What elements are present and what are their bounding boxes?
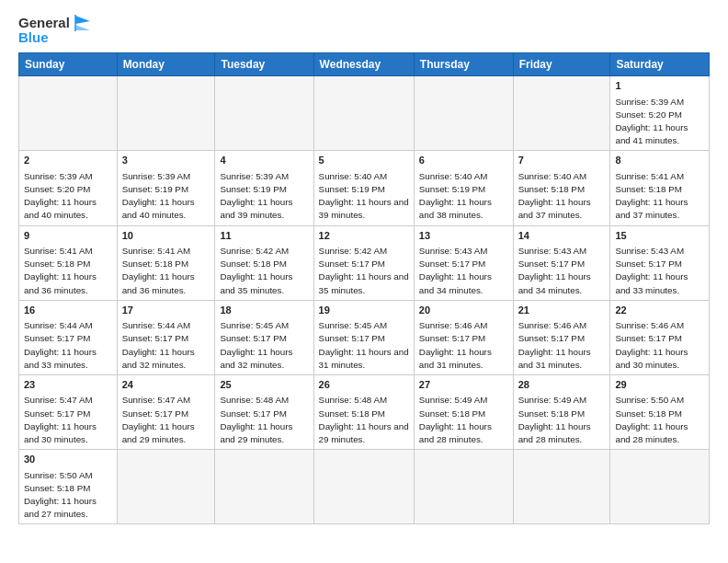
day-info: Sunrise: 5:49 AM Sunset: 5:18 PM Dayligh… bbox=[518, 394, 606, 446]
calendar-cell: 12Sunrise: 5:42 AM Sunset: 5:17 PM Dayli… bbox=[313, 225, 414, 300]
day-number: 2 bbox=[24, 154, 112, 167]
calendar-cell: 29Sunrise: 5:50 AM Sunset: 5:18 PM Dayli… bbox=[610, 375, 710, 450]
calendar-cell: 19Sunrise: 5:45 AM Sunset: 5:17 PM Dayli… bbox=[313, 300, 414, 374]
day-info: Sunrise: 5:43 AM Sunset: 5:17 PM Dayligh… bbox=[419, 245, 508, 297]
day-info: Sunrise: 5:48 AM Sunset: 5:18 PM Dayligh… bbox=[319, 394, 409, 446]
day-number: 3 bbox=[122, 154, 210, 167]
day-number: 5 bbox=[319, 154, 409, 167]
day-info: Sunrise: 5:50 AM Sunset: 5:18 PM Dayligh… bbox=[615, 394, 704, 446]
day-number: 15 bbox=[615, 229, 704, 243]
day-info: Sunrise: 5:39 AM Sunset: 5:20 PM Dayligh… bbox=[24, 170, 112, 223]
calendar-cell: 14Sunrise: 5:43 AM Sunset: 5:17 PM Dayli… bbox=[513, 225, 610, 300]
day-number: 22 bbox=[615, 304, 704, 317]
calendar-cell: 10Sunrise: 5:41 AM Sunset: 5:18 PM Dayli… bbox=[117, 225, 215, 300]
day-number: 14 bbox=[518, 229, 606, 243]
calendar-cell: 3Sunrise: 5:39 AM Sunset: 5:19 PM Daylig… bbox=[117, 151, 215, 225]
calendar-cell bbox=[215, 450, 313, 524]
weekday-header-row: SundayMondayTuesdayWednesdayThursdayFrid… bbox=[19, 53, 710, 76]
day-info: Sunrise: 5:39 AM Sunset: 5:19 PM Dayligh… bbox=[220, 170, 308, 223]
day-info: Sunrise: 5:42 AM Sunset: 5:17 PM Dayligh… bbox=[319, 245, 409, 297]
day-number: 29 bbox=[615, 378, 704, 392]
day-number: 4 bbox=[220, 154, 308, 167]
calendar-cell: 8Sunrise: 5:41 AM Sunset: 5:18 PM Daylig… bbox=[610, 151, 710, 225]
day-info: Sunrise: 5:49 AM Sunset: 5:18 PM Dayligh… bbox=[419, 394, 508, 446]
day-number: 20 bbox=[419, 304, 508, 317]
day-number: 6 bbox=[419, 154, 508, 167]
calendar-cell bbox=[117, 76, 215, 151]
day-number: 16 bbox=[24, 304, 112, 317]
calendar-cell: 6Sunrise: 5:40 AM Sunset: 5:19 PM Daylig… bbox=[414, 151, 513, 225]
day-number: 12 bbox=[319, 229, 409, 243]
day-number: 10 bbox=[122, 229, 210, 243]
weekday-header-tuesday: Tuesday bbox=[215, 53, 313, 76]
day-number: 25 bbox=[220, 378, 308, 392]
day-info: Sunrise: 5:47 AM Sunset: 5:17 PM Dayligh… bbox=[122, 394, 210, 446]
day-number: 26 bbox=[319, 378, 409, 392]
calendar-cell: 15Sunrise: 5:43 AM Sunset: 5:17 PM Dayli… bbox=[610, 225, 710, 300]
page: General Blue SundayMondayTuesdayWednesda… bbox=[0, 0, 728, 563]
weekday-header-saturday: Saturday bbox=[610, 53, 710, 76]
calendar-week-5: 23Sunrise: 5:47 AM Sunset: 5:17 PM Dayli… bbox=[19, 375, 710, 450]
logo-flag-icon bbox=[72, 15, 92, 31]
day-number: 11 bbox=[220, 229, 308, 243]
calendar-cell: 9Sunrise: 5:41 AM Sunset: 5:18 PM Daylig… bbox=[19, 225, 118, 300]
weekday-header-thursday: Thursday bbox=[414, 53, 513, 76]
day-number: 28 bbox=[518, 378, 606, 392]
calendar-cell bbox=[513, 450, 610, 524]
calendar-table: SundayMondayTuesdayWednesdayThursdayFrid… bbox=[18, 52, 710, 524]
calendar-cell: 18Sunrise: 5:45 AM Sunset: 5:17 PM Dayli… bbox=[215, 300, 313, 374]
day-info: Sunrise: 5:40 AM Sunset: 5:19 PM Dayligh… bbox=[419, 170, 508, 223]
logo-blue-text: Blue bbox=[18, 29, 49, 45]
weekday-header-sunday: Sunday bbox=[19, 53, 118, 76]
calendar-cell: 30Sunrise: 5:50 AM Sunset: 5:18 PM Dayli… bbox=[19, 450, 118, 524]
day-number: 9 bbox=[24, 229, 112, 243]
day-info: Sunrise: 5:45 AM Sunset: 5:17 PM Dayligh… bbox=[319, 319, 409, 372]
calendar-cell: 13Sunrise: 5:43 AM Sunset: 5:17 PM Dayli… bbox=[414, 225, 513, 300]
day-info: Sunrise: 5:44 AM Sunset: 5:17 PM Dayligh… bbox=[24, 319, 112, 372]
day-info: Sunrise: 5:46 AM Sunset: 5:17 PM Dayligh… bbox=[518, 319, 606, 372]
calendar-cell: 20Sunrise: 5:46 AM Sunset: 5:17 PM Dayli… bbox=[414, 300, 513, 374]
logo: General Blue bbox=[18, 15, 92, 45]
calendar-cell bbox=[313, 450, 414, 524]
calendar-cell: 16Sunrise: 5:44 AM Sunset: 5:17 PM Dayli… bbox=[19, 300, 118, 374]
calendar-cell bbox=[414, 450, 513, 524]
calendar-cell: 1Sunrise: 5:39 AM Sunset: 5:20 PM Daylig… bbox=[610, 76, 710, 151]
day-info: Sunrise: 5:45 AM Sunset: 5:17 PM Dayligh… bbox=[220, 319, 308, 372]
day-info: Sunrise: 5:48 AM Sunset: 5:17 PM Dayligh… bbox=[220, 394, 308, 446]
day-number: 30 bbox=[24, 453, 112, 466]
calendar-week-3: 9Sunrise: 5:41 AM Sunset: 5:18 PM Daylig… bbox=[19, 225, 710, 300]
day-info: Sunrise: 5:43 AM Sunset: 5:17 PM Dayligh… bbox=[615, 245, 704, 297]
calendar-cell: 5Sunrise: 5:40 AM Sunset: 5:19 PM Daylig… bbox=[313, 151, 414, 225]
calendar-cell: 22Sunrise: 5:46 AM Sunset: 5:17 PM Dayli… bbox=[610, 300, 710, 374]
calendar-cell: 21Sunrise: 5:46 AM Sunset: 5:17 PM Dayli… bbox=[513, 300, 610, 374]
calendar-cell: 7Sunrise: 5:40 AM Sunset: 5:18 PM Daylig… bbox=[513, 151, 610, 225]
day-number: 24 bbox=[122, 378, 210, 392]
day-info: Sunrise: 5:43 AM Sunset: 5:17 PM Dayligh… bbox=[518, 245, 606, 297]
day-info: Sunrise: 5:50 AM Sunset: 5:18 PM Dayligh… bbox=[24, 469, 112, 522]
day-info: Sunrise: 5:42 AM Sunset: 5:18 PM Dayligh… bbox=[220, 245, 308, 297]
calendar-cell bbox=[215, 76, 313, 151]
calendar-week-6: 30Sunrise: 5:50 AM Sunset: 5:18 PM Dayli… bbox=[19, 450, 710, 524]
day-number: 19 bbox=[319, 304, 409, 317]
calendar-cell bbox=[513, 76, 610, 151]
calendar-cell: 28Sunrise: 5:49 AM Sunset: 5:18 PM Dayli… bbox=[513, 375, 610, 450]
calendar-week-1: 1Sunrise: 5:39 AM Sunset: 5:20 PM Daylig… bbox=[19, 76, 710, 151]
day-info: Sunrise: 5:47 AM Sunset: 5:17 PM Dayligh… bbox=[24, 394, 112, 446]
day-number: 7 bbox=[518, 154, 606, 167]
weekday-header-friday: Friday bbox=[513, 53, 610, 76]
day-info: Sunrise: 5:41 AM Sunset: 5:18 PM Dayligh… bbox=[122, 245, 210, 297]
calendar-cell bbox=[117, 450, 215, 524]
day-number: 17 bbox=[122, 304, 210, 317]
day-info: Sunrise: 5:46 AM Sunset: 5:17 PM Dayligh… bbox=[615, 319, 704, 372]
day-number: 21 bbox=[518, 304, 606, 317]
calendar-cell bbox=[19, 76, 118, 151]
svg-marker-1 bbox=[75, 25, 90, 30]
header: General Blue bbox=[18, 15, 710, 45]
calendar-cell: 17Sunrise: 5:44 AM Sunset: 5:17 PM Dayli… bbox=[117, 300, 215, 374]
calendar-cell: 2Sunrise: 5:39 AM Sunset: 5:20 PM Daylig… bbox=[19, 151, 118, 225]
calendar-cell: 24Sunrise: 5:47 AM Sunset: 5:17 PM Dayli… bbox=[117, 375, 215, 450]
calendar-cell bbox=[313, 76, 414, 151]
calendar-cell: 26Sunrise: 5:48 AM Sunset: 5:18 PM Dayli… bbox=[313, 375, 414, 450]
day-info: Sunrise: 5:40 AM Sunset: 5:18 PM Dayligh… bbox=[518, 170, 606, 223]
day-number: 13 bbox=[419, 229, 508, 243]
